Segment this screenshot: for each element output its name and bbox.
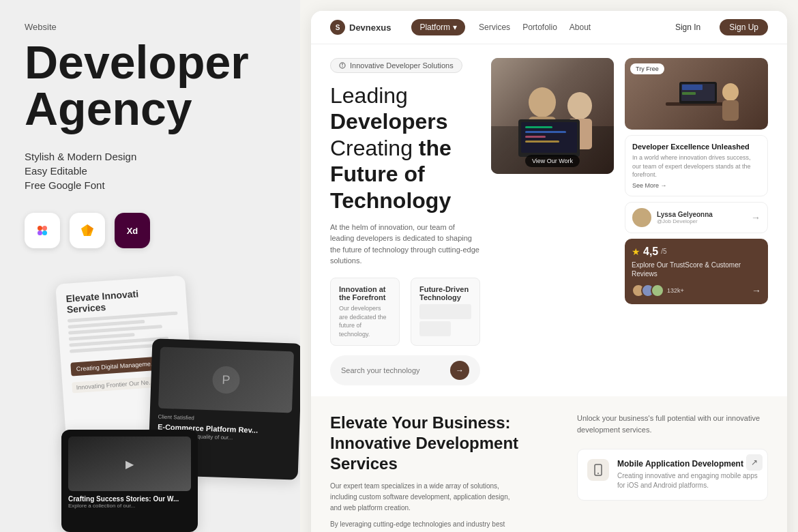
- features-list: Stylish & Modern Design Easy Editable Fr…: [25, 151, 276, 194]
- info-card-link[interactable]: See More →: [632, 182, 760, 189]
- card3-image: [68, 437, 191, 491]
- logo-text: Devnexus: [349, 23, 391, 33]
- hero-search-bar: →: [330, 355, 480, 385]
- hero-description: At the helm of innovation, our team of l…: [330, 222, 480, 267]
- rating-max: /5: [661, 248, 666, 255]
- section2-right: Unlock your business's full potential wi…: [577, 413, 768, 532]
- search-button[interactable]: →: [450, 361, 469, 380]
- rating-avatar-group: [632, 284, 664, 297]
- card3-title: Crafting Success Stories: Our W...: [68, 495, 191, 503]
- nav-services[interactable]: Services: [479, 23, 510, 32]
- mobile-card-wrapper: Mobile Application Development Creating …: [577, 449, 768, 501]
- review-arrow-icon[interactable]: →: [751, 212, 760, 223]
- xd-icon: Xd: [115, 213, 150, 248]
- reviewer-name: Lyssa Gelyeonna: [657, 211, 745, 218]
- preview-card-3: Crafting Success Stories: Our W... Explo…: [61, 430, 198, 532]
- svg-rect-27: [682, 85, 703, 90]
- main-title: Developer Agency: [25, 39, 276, 132]
- hero-side-cards: Try Free: [625, 58, 768, 385]
- nav-logo: S Devnexus: [330, 20, 391, 35]
- nav-about[interactable]: About: [570, 23, 591, 32]
- hero-content: Innovative Developer Solutions Leading D…: [330, 58, 480, 385]
- section2-inner: Elevate Your Business: Innovative Develo…: [330, 413, 768, 532]
- section2-desc2: By leveraging cutting-edge technologies …: [330, 519, 521, 532]
- svg-point-13: [567, 92, 592, 119]
- review-card: Lyssa Gelyeonna @Job Developer →: [625, 202, 768, 233]
- platform-button[interactable]: Platform ▾: [411, 19, 465, 35]
- signin-link[interactable]: Sign In: [675, 23, 700, 32]
- svg-rect-17: [525, 126, 552, 128]
- view-work-badge[interactable]: View Our Work: [525, 155, 580, 167]
- feature-item: Stylish & Modern Design: [25, 151, 276, 162]
- section2-right-desc: Unlock your business's full potential wi…: [577, 413, 768, 435]
- svg-rect-26: [722, 100, 739, 121]
- svg-rect-0: [38, 226, 42, 231]
- svg-rect-19: [525, 136, 546, 138]
- preview-stack: Elevate Innovati Services Creating Digit…: [41, 273, 300, 532]
- svg-rect-28: [682, 92, 696, 95]
- left-panel: Website Developer Agency Stylish & Moder…: [0, 0, 300, 532]
- navbar: S Devnexus Platform ▾ Services Portofoli…: [311, 11, 787, 44]
- try-free-card: Try Free: [625, 58, 768, 130]
- rating-card: ★ 4,5 /5 Explore Our TrustScore & Custom…: [625, 239, 768, 304]
- feature-item: Free Google Font: [25, 179, 276, 191]
- chevron-down-icon: ▾: [453, 23, 457, 32]
- right-panel: S Devnexus Platform ▾ Services Portofoli…: [300, 0, 798, 532]
- info-card-desc: In a world where innovation drives succe…: [632, 153, 760, 179]
- svg-point-30: [597, 473, 599, 474]
- website-mockup: S Devnexus Platform ▾ Services Portofoli…: [311, 11, 787, 532]
- logo-icon: S: [330, 20, 345, 35]
- rating-count: 132k+: [667, 287, 684, 294]
- section2-title: Elevate Your Business: Innovative Develo…: [330, 413, 555, 474]
- reviewer-avatar: [632, 208, 651, 227]
- section2: Elevate Your Business: Innovative Develo…: [311, 396, 787, 532]
- svg-rect-18: [525, 131, 566, 133]
- mobile-icon: [587, 459, 609, 481]
- hero-badge: Innovative Developer Solutions: [330, 58, 462, 73]
- mobile-app-card: Mobile Application Development Creating …: [577, 449, 768, 501]
- card1-title: Elevate Innovati Services: [65, 286, 177, 315]
- rating-description: Explore Our TrustScore & Customer Review…: [632, 261, 761, 278]
- rating-arrow-icon[interactable]: →: [752, 285, 761, 296]
- svg-point-3: [42, 231, 47, 235]
- nav-portfolio[interactable]: Portofolio: [522, 23, 557, 32]
- hero-photo-col: View Our Work: [491, 58, 614, 385]
- feature-item: Easy Editable: [25, 165, 276, 177]
- svg-point-25: [722, 83, 739, 101]
- signup-button[interactable]: Sign Up: [720, 19, 768, 35]
- svg-point-11: [529, 87, 556, 117]
- info-card-title: Developer Excellence Unleashed: [632, 143, 760, 151]
- search-input[interactable]: [341, 366, 450, 374]
- section2-desc1: Our expert team specializes in a wide ar…: [330, 481, 521, 514]
- expand-icon[interactable]: ↗: [746, 454, 763, 471]
- svg-point-9: [342, 66, 343, 68]
- mobile-card-desc: Creating innovative and engaging mobile …: [617, 471, 758, 490]
- card3-sub: Explore a collection of our...: [68, 503, 191, 509]
- feature-box-2: Future-Driven Technology: [411, 278, 480, 346]
- sketch-icon: [70, 213, 105, 248]
- svg-rect-20: [525, 141, 559, 143]
- rating-number: 4,5: [643, 246, 658, 258]
- tool-icons-row: Xd: [25, 213, 276, 248]
- hero-title: Leading Developers Creating the Future o…: [330, 83, 480, 213]
- star-icon: ★: [632, 246, 640, 257]
- section2-left: Elevate Your Business: Innovative Develo…: [330, 413, 555, 532]
- feature-box-1: Innovation at the Forefront Our develope…: [330, 278, 400, 346]
- hero-main-image: View Our Work: [491, 58, 614, 174]
- hero-features: Innovation at the Forefront Our develope…: [330, 278, 480, 346]
- nav-links: Services Portofolio About: [479, 23, 591, 32]
- card2-image: P: [158, 347, 294, 413]
- reviewer-role: @Job Developer: [657, 218, 745, 224]
- figma-icon: [25, 213, 60, 248]
- developer-excellence-card: Developer Excellence Unleashed In a worl…: [625, 135, 768, 196]
- mobile-card-title: Mobile Application Development: [617, 459, 758, 469]
- category-label: Website: [25, 22, 276, 32]
- svg-rect-1: [38, 231, 42, 235]
- svg-rect-2: [42, 226, 47, 231]
